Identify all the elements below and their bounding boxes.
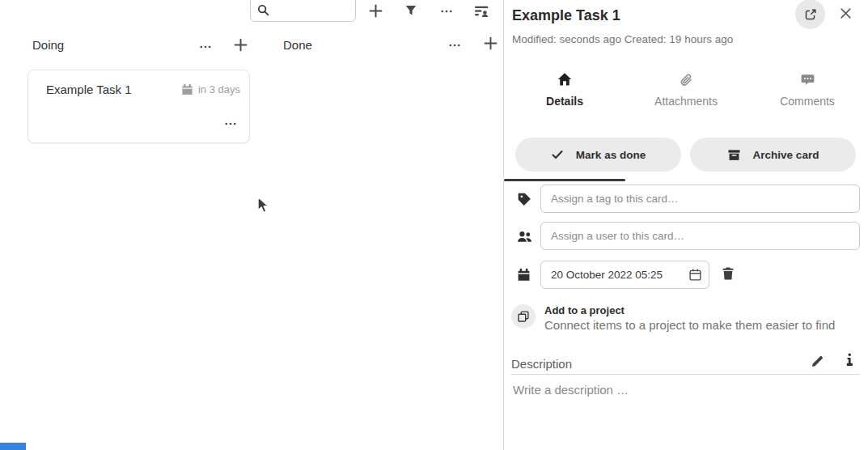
more-icon xyxy=(199,40,212,53)
column-title-done: Done xyxy=(283,38,312,52)
mark-as-done-label: Mark as done xyxy=(576,149,646,161)
home-icon xyxy=(557,71,572,87)
add-icon xyxy=(368,3,383,19)
panel-title: Example Task 1 xyxy=(512,7,620,24)
archive-icon xyxy=(727,148,741,162)
description-label: Description xyxy=(511,357,572,371)
more-icon xyxy=(448,39,461,52)
description-info-button[interactable] xyxy=(842,352,857,369)
card-due-date: in 3 days xyxy=(181,83,240,96)
paperclip-icon xyxy=(680,71,693,87)
card-title: Example Task 1 xyxy=(46,83,132,96)
check-icon xyxy=(551,148,564,161)
add-icon xyxy=(483,36,498,51)
open-window-button[interactable] xyxy=(795,0,825,29)
tab-details-label: Details xyxy=(546,95,583,108)
info-icon xyxy=(842,352,857,367)
board-more-button[interactable] xyxy=(440,5,453,20)
users-icon xyxy=(517,229,532,244)
date-picker-button[interactable] xyxy=(688,268,702,282)
user-list-icon xyxy=(474,3,489,19)
close-button[interactable] xyxy=(839,6,853,23)
project-row-subtitle: Connect items to a project to make them … xyxy=(544,318,835,332)
description-divider xyxy=(511,374,860,375)
pencil-icon xyxy=(811,354,824,368)
project-row-title: Add to a project xyxy=(544,304,625,316)
filter-icon xyxy=(404,4,417,17)
user-input[interactable] xyxy=(540,222,860,250)
done-more-button[interactable] xyxy=(448,39,461,54)
panel-meta: Modified: seconds ago Created: 19 hours … xyxy=(512,33,733,45)
doing-add-button[interactable] xyxy=(233,37,248,55)
calendar-icon xyxy=(517,268,531,282)
due-date-field[interactable]: 20 October 2022 05:25 xyxy=(540,261,709,289)
more-icon xyxy=(224,117,237,130)
project-icon xyxy=(517,310,530,323)
tab-attachments-label: Attachments xyxy=(654,95,718,108)
active-tab-underline xyxy=(504,179,625,181)
tab-comments[interactable]: Comments xyxy=(747,66,868,115)
search-icon xyxy=(257,4,269,16)
project-icon-circle xyxy=(511,304,536,329)
user-list-button[interactable] xyxy=(474,3,489,21)
card-more-button[interactable] xyxy=(224,117,237,133)
date-picker-icon xyxy=(688,268,702,282)
search-field[interactable] xyxy=(273,6,354,18)
trash-icon xyxy=(721,266,735,281)
add-icon xyxy=(233,37,248,53)
tab-comments-label: Comments xyxy=(780,95,835,108)
tag-input[interactable] xyxy=(540,185,860,213)
calendar-icon xyxy=(181,83,193,96)
task-card[interactable]: Example Task 1 in 3 days xyxy=(28,70,250,143)
edit-description-button[interactable] xyxy=(811,354,824,371)
close-icon xyxy=(839,6,853,20)
filter-button[interactable] xyxy=(404,4,417,19)
focus-indicator xyxy=(0,443,26,450)
mouse-cursor xyxy=(256,196,271,216)
tab-attachments[interactable]: Attachments xyxy=(625,66,747,115)
card-due-label: in 3 days xyxy=(198,83,240,96)
done-add-button[interactable] xyxy=(483,36,498,53)
doing-more-button[interactable] xyxy=(199,40,212,56)
open-window-icon xyxy=(804,8,817,21)
tab-details[interactable]: Details xyxy=(504,66,625,115)
archive-card-label: Archive card xyxy=(753,149,819,161)
column-title-doing: Doing xyxy=(32,38,64,52)
description-placeholder[interactable]: Write a description … xyxy=(513,383,853,397)
add-to-project-row[interactable]: Add to a project Connect items to a proj… xyxy=(504,299,868,335)
more-icon xyxy=(440,5,453,18)
kanban-board: Doing Done Example Task 1 in 3 days xyxy=(0,0,503,450)
card-detail-panel: Example Task 1 Modified: seconds ago Cre… xyxy=(504,0,868,450)
add-card-button[interactable] xyxy=(368,3,383,21)
comment-icon xyxy=(801,71,815,87)
tag-icon xyxy=(517,192,531,206)
search-input[interactable] xyxy=(250,0,356,22)
delete-date-button[interactable] xyxy=(721,266,735,283)
due-date-value: 20 October 2022 05:25 xyxy=(551,269,688,281)
mark-as-done-button[interactable]: Mark as done xyxy=(515,138,681,172)
archive-card-button[interactable]: Archive card xyxy=(690,138,856,172)
